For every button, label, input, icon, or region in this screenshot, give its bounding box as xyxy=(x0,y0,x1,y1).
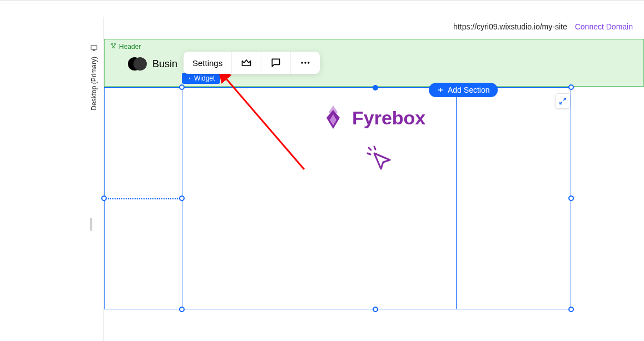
selection-handle[interactable] xyxy=(568,307,574,312)
url-bar: https://cyri09.wixstudio.io/my-site Conn… xyxy=(453,22,644,31)
click-cursor-icon xyxy=(364,143,395,177)
site-url: https://cyri09.wixstudio.io/my-site xyxy=(453,22,567,31)
fyrebox-icon xyxy=(322,104,344,131)
crown-icon xyxy=(241,57,252,68)
fyrebox-text: Fyrebox xyxy=(352,107,425,129)
svg-point-8 xyxy=(301,62,303,63)
selection-handle[interactable] xyxy=(373,307,378,312)
selection-handle-top[interactable] xyxy=(373,85,378,91)
section-icon xyxy=(110,42,117,51)
comment-button[interactable] xyxy=(261,52,291,74)
canvas: https://cyri09.wixstudio.io/my-site Conn… xyxy=(103,17,644,341)
selection-handle[interactable] xyxy=(179,84,185,90)
svg-line-6 xyxy=(112,45,113,47)
selection-handle[interactable] xyxy=(101,195,107,201)
connect-domain-link[interactable]: Connect Domain xyxy=(575,22,633,31)
svg-line-17 xyxy=(369,148,371,150)
chevron-left-icon xyxy=(187,76,192,81)
plus-icon xyxy=(437,86,444,94)
add-section-button[interactable]: Add Section xyxy=(429,83,498,97)
widget-tag[interactable]: Widget xyxy=(182,73,220,84)
selection-handle[interactable] xyxy=(568,84,574,90)
widget-tag-text: Widget xyxy=(194,74,215,82)
svg-line-15 xyxy=(374,147,375,149)
header-section-label: Header xyxy=(110,42,141,51)
more-button[interactable] xyxy=(291,52,320,74)
brand-logo-area: Busin xyxy=(128,57,177,71)
svg-point-10 xyxy=(308,62,309,63)
comment-icon xyxy=(270,57,281,68)
selection-handle[interactable] xyxy=(179,195,185,201)
svg-point-9 xyxy=(305,62,306,63)
more-icon xyxy=(300,57,311,68)
svg-point-3 xyxy=(111,43,113,45)
svg-point-5 xyxy=(113,47,115,48)
expand-icon xyxy=(559,97,567,105)
brand-logo-icon xyxy=(128,57,147,71)
header-label-text: Header xyxy=(119,43,141,51)
svg-line-7 xyxy=(113,45,115,47)
svg-line-16 xyxy=(368,153,370,154)
selection-handle[interactable] xyxy=(179,307,185,312)
guide-line xyxy=(104,198,182,199)
breakpoint-text: Desktop (Primary) xyxy=(90,57,98,111)
crown-button[interactable] xyxy=(232,52,261,74)
element-toolbar: Settings xyxy=(184,52,320,74)
selection-handle[interactable] xyxy=(568,195,574,201)
fyrebox-brand: Fyrebox xyxy=(322,104,425,131)
brand-name: Busin xyxy=(152,58,177,70)
settings-button[interactable]: Settings xyxy=(184,52,232,74)
add-section-label: Add Section xyxy=(448,86,490,94)
resize-handle[interactable] xyxy=(90,218,92,231)
top-border xyxy=(0,0,644,3)
breakpoint-label: Desktop (Primary) xyxy=(90,44,98,111)
svg-point-4 xyxy=(115,43,116,45)
device-icon xyxy=(90,44,98,52)
svg-rect-0 xyxy=(91,46,97,49)
expand-button[interactable] xyxy=(555,93,571,109)
